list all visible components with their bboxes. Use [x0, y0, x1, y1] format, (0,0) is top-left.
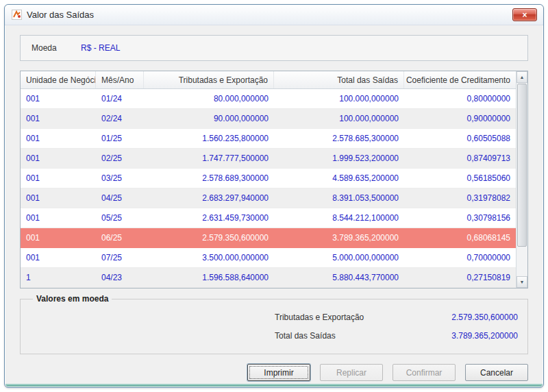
table-cell: 2.631.459,730000	[144, 208, 274, 228]
table-cell: 0,90000000	[404, 109, 516, 128]
table-cell: 001	[21, 89, 96, 108]
column-header-coeficiente-de-creditamento[interactable]: Coeficiente de Creditamento	[404, 71, 516, 88]
table-cell: 06/25	[96, 228, 144, 247]
data-grid: Unidade de Negócio Mês/Ano Tributadas e …	[20, 71, 528, 289]
app-icon	[12, 10, 22, 20]
window-title: Valor das Saídas	[27, 10, 94, 20]
table-cell: 0,68068145	[404, 228, 516, 247]
table-cell: 2.578.689,300000	[144, 169, 274, 188]
table-cell: 0,87409713	[404, 149, 516, 168]
table-cell: 04/23	[96, 268, 144, 287]
table-row[interactable]: 00104/252.683.297,9400008.391.053,500000…	[21, 188, 516, 208]
table-cell: 1.999.523,200000	[274, 149, 404, 168]
column-header-tributadas-e-exportacao[interactable]: Tributadas e Exportação	[144, 71, 274, 88]
table-cell: 3.500.000,000000	[144, 248, 274, 267]
table-cell: 5.880.443,770000	[274, 268, 404, 287]
table-row[interactable]: 00102/2490.000,000000100.000,0000000,900…	[21, 109, 516, 129]
table-cell: 01/24	[96, 89, 144, 108]
table-row[interactable]: 00101/251.560.235,8000002.578.685,300000…	[21, 129, 516, 149]
summary-label-total-saidas: Total das Saídas	[275, 331, 415, 341]
table-cell: 2.683.297,940000	[144, 188, 274, 208]
table-cell: 8.391.053,500000	[274, 188, 404, 208]
moeda-label: Moeda	[32, 43, 81, 53]
scrollbar-track[interactable]	[516, 247, 527, 276]
table-cell: 02/25	[96, 149, 144, 168]
cancelar-button[interactable]: Cancelar	[465, 364, 528, 381]
table-cell: 5.000.000,000000	[274, 248, 404, 267]
table-cell: 001	[21, 228, 96, 247]
table-cell: 03/25	[96, 169, 144, 188]
table-row[interactable]: 104/231.596.588,6400005.880.443,7700000,…	[21, 268, 516, 288]
table-cell: 02/24	[96, 109, 144, 128]
table-body: 00101/2480.000,000000100.000,0000000,800…	[21, 89, 516, 288]
table-cell: 1	[21, 268, 96, 287]
confirmar-button[interactable]: Confirmar	[393, 364, 456, 381]
table-cell: 0,27150819	[404, 268, 516, 287]
summary-value-total-saidas: 3.789.365,200000	[415, 331, 518, 341]
valores-em-moeda-title: Valores em moeda	[33, 294, 112, 304]
table-cell: 0,70000000	[404, 248, 516, 267]
table-row[interactable]: 00107/253.500.000,0000005.000.000,000000…	[21, 248, 516, 268]
column-header-unidade-de-negocio[interactable]: Unidade de Negócio	[21, 71, 96, 88]
table-cell: 90.000,000000	[144, 109, 274, 128]
close-button[interactable]: ×	[512, 8, 537, 21]
table-cell: 4.589.635,200000	[274, 169, 404, 188]
column-header-mes-ano[interactable]: Mês/Ano	[96, 71, 144, 88]
dialog-valor-das-saidas: Valor das Saídas × Moeda R$ - REAL Unida…	[4, 4, 544, 388]
replicar-button[interactable]: Replicar	[320, 364, 383, 381]
table-cell: 2.579.350,600000	[144, 228, 274, 247]
table-cell: 001	[21, 208, 96, 228]
table-cell: 001	[21, 248, 96, 267]
window-bottom-edge	[5, 384, 543, 387]
table-cell: 01/25	[96, 129, 144, 148]
table-cell: 05/25	[96, 208, 144, 228]
titlebar: Valor das Saídas ×	[5, 5, 543, 25]
table-cell: 1.596.588,640000	[144, 268, 274, 287]
table-cell: 3.789.365,200000	[274, 228, 404, 247]
table-cell: 8.544.212,100000	[274, 208, 404, 228]
table-row-selected[interactable]: 00106/252.579.350,6000003.789.365,200000…	[21, 228, 516, 248]
table-cell: 001	[21, 109, 96, 128]
table-row[interactable]: 00101/2480.000,000000100.000,0000000,800…	[21, 89, 516, 109]
table-cell: 07/25	[96, 248, 144, 267]
table-cell: 0,30798156	[404, 208, 516, 228]
summary-row-total-saidas: Total das Saídas 3.789.365,200000	[30, 326, 518, 345]
table-row[interactable]: 00103/252.578.689,3000004.589.635,200000…	[21, 169, 516, 188]
scroll-down-icon[interactable]: ▼	[516, 276, 527, 288]
table-row[interactable]: 00102/251.747.777,5000001.999.523,200000…	[21, 149, 516, 169]
table-cell: 0,56185060	[404, 169, 516, 188]
table-cell: 001	[21, 149, 96, 168]
summary-value-tributadas: 2.579.350,600000	[415, 313, 518, 322]
dialog-button-row: Imprimir Replicar Confirmar Cancelar	[20, 364, 528, 381]
scroll-up-icon[interactable]: ▲	[516, 71, 527, 83]
table-header: Unidade de Negócio Mês/Ano Tributadas e …	[21, 71, 527, 89]
table-row[interactable]: 00105/252.631.459,7300008.544.212,100000…	[21, 208, 516, 228]
imprimir-button[interactable]: Imprimir	[247, 364, 310, 381]
table-cell: 1.560.235,800000	[144, 129, 274, 148]
table-cell: 04/25	[96, 188, 144, 208]
vertical-scrollbar[interactable]: ▲ ▼	[516, 71, 527, 288]
scrollbar-thumb[interactable]	[517, 84, 527, 247]
summary-label-tributadas: Tributadas e Exportação	[275, 313, 415, 322]
table-cell: 001	[21, 169, 96, 188]
table-cell: 0,80000000	[404, 89, 516, 108]
table-cell: 100.000,000000	[274, 89, 404, 108]
table-cell: 100.000,000000	[274, 109, 404, 128]
table-cell: 0,31978082	[404, 188, 516, 208]
column-header-total-das-saidas[interactable]: Total das Saídas	[274, 71, 404, 88]
table-cell: 1.747.777,500000	[144, 149, 274, 168]
summary-row-tributadas: Tributadas e Exportação 2.579.350,600000	[30, 308, 518, 326]
table-cell: 001	[21, 188, 96, 208]
table-cell: 80.000,000000	[144, 89, 274, 108]
table-cell: 001	[21, 129, 96, 148]
table-cell: 0,60505088	[404, 129, 516, 148]
table-cell: 2.578.685,300000	[274, 129, 404, 148]
valores-em-moeda-group: Valores em moeda Tributadas e Exportação…	[20, 294, 528, 354]
moeda-value: R$ - REAL	[81, 43, 120, 53]
moeda-panel: Moeda R$ - REAL	[20, 35, 528, 61]
